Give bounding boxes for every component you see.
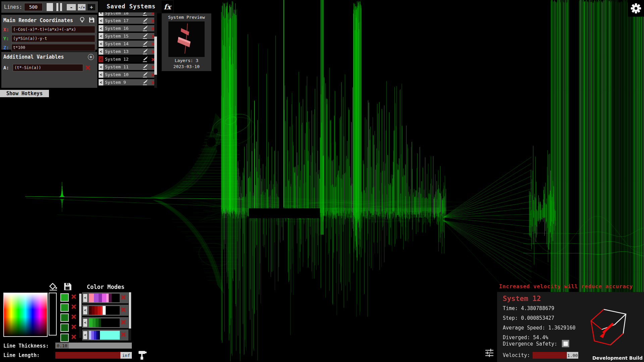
bars-render-mode-button[interactable] bbox=[56, 3, 62, 11]
lines-label: Lines: bbox=[4, 4, 22, 10]
divergence-safety-checkbox[interactable] bbox=[562, 340, 569, 347]
delete-color-mode-icon[interactable] bbox=[121, 332, 126, 339]
pencil-icon bbox=[143, 18, 149, 23]
orientation-cube-gizmo[interactable] bbox=[588, 307, 630, 348]
minus-button[interactable]: - bbox=[67, 4, 76, 10]
load-system-icon[interactable]: < bbox=[99, 71, 103, 78]
solid-render-mode-button[interactable] bbox=[47, 3, 53, 11]
x-icon bbox=[121, 307, 126, 312]
color-swatch[interactable] bbox=[60, 334, 69, 342]
color-picker-field[interactable] bbox=[3, 293, 48, 337]
color-swatch[interactable] bbox=[60, 323, 69, 332]
saved-system-label: System 13 bbox=[103, 48, 142, 55]
tune-settings-icon[interactable] bbox=[485, 348, 494, 359]
saved-color-row bbox=[60, 294, 76, 301]
velocity-handle[interactable]: 1.00 bbox=[567, 352, 578, 359]
color-mode-row-red-white-gradient[interactable]: < bbox=[82, 305, 128, 316]
apply-color-mode-icon[interactable]: < bbox=[83, 306, 87, 314]
edit-system-icon[interactable] bbox=[142, 64, 150, 70]
plus-button[interactable]: + bbox=[88, 4, 95, 10]
load-system-icon[interactable]: < bbox=[99, 12, 103, 16]
edit-system-icon[interactable] bbox=[142, 71, 150, 78]
color-mode-row-blue-cyan-gradient[interactable]: < bbox=[82, 329, 128, 341]
lines-count-input[interactable]: 500 bbox=[24, 3, 42, 11]
edit-system-icon[interactable] bbox=[142, 48, 150, 55]
line-length-handle[interactable]: inf bbox=[120, 352, 132, 359]
show-hotkeys-button[interactable]: Show Hotkeys bbox=[0, 90, 49, 97]
edit-system-icon[interactable] bbox=[142, 41, 150, 47]
saved-system-row-system-15[interactable]: <System 15 bbox=[99, 33, 157, 39]
x-formula-input[interactable]: (-Cos(-x)*-t)+(a*x)+(-a*x) bbox=[11, 26, 95, 33]
paint-roller-icon[interactable] bbox=[138, 350, 148, 362]
color-swatch[interactable] bbox=[60, 303, 69, 312]
color-modes-scrollbar[interactable] bbox=[129, 292, 131, 341]
y-axis-label: Y: bbox=[3, 36, 10, 41]
load-system-icon[interactable]: < bbox=[99, 56, 103, 62]
color-modes-scrollbar-thumb[interactable] bbox=[129, 292, 131, 328]
load-system-icon[interactable]: < bbox=[99, 48, 103, 55]
load-system-icon[interactable]: < bbox=[99, 25, 103, 32]
edit-system-icon[interactable] bbox=[142, 25, 150, 32]
save-palette-icon[interactable] bbox=[64, 283, 72, 292]
line-length-slider[interactable]: inf bbox=[55, 352, 132, 359]
additional-variables-panel: Additional Variables + A:(t*-Sin(a)) bbox=[1, 52, 97, 88]
edit-system-icon[interactable] bbox=[142, 79, 150, 85]
saved-systems-title: Saved Systems bbox=[107, 3, 156, 10]
systems-list-scrollbar[interactable] bbox=[154, 12, 157, 88]
line-thickness-handle[interactable]: 0.10 bbox=[55, 343, 69, 349]
saved-system-row-system-17[interactable]: <System 17 bbox=[99, 17, 157, 24]
saved-system-row-system-13[interactable]: <System 13 bbox=[99, 48, 157, 55]
load-system-icon[interactable]: < bbox=[99, 33, 103, 39]
edit-system-icon[interactable] bbox=[142, 56, 150, 62]
delete-color-icon[interactable] bbox=[71, 314, 76, 321]
delete-color-mode-icon[interactable] bbox=[121, 319, 126, 326]
delete-color-mode-icon[interactable] bbox=[121, 295, 126, 301]
apply-color-mode-icon[interactable]: < bbox=[83, 331, 87, 339]
load-system-icon[interactable]: < bbox=[99, 79, 103, 85]
delete-color-icon[interactable] bbox=[71, 334, 76, 341]
apply-color-mode-icon[interactable]: < bbox=[83, 319, 87, 327]
minus-plus-toggle-button[interactable]: -/+ bbox=[78, 4, 86, 10]
delete-variable-icon[interactable] bbox=[85, 65, 91, 70]
delete-color-icon[interactable] bbox=[71, 324, 76, 331]
saved-system-row-system-9[interactable]: <System 9 bbox=[99, 79, 157, 85]
value-slider[interactable] bbox=[49, 293, 57, 336]
saved-system-row-system-14[interactable]: <System 14 bbox=[99, 41, 157, 47]
saved-system-row-system-16[interactable]: <System 16 bbox=[99, 25, 157, 32]
velocity-slider[interactable]: 1.00 bbox=[533, 352, 578, 359]
systems-scrollbar-thumb[interactable] bbox=[154, 37, 157, 75]
z-formula-input[interactable]: t*100 bbox=[11, 44, 95, 51]
delete-color-icon[interactable] bbox=[71, 294, 76, 301]
edit-system-icon[interactable] bbox=[142, 33, 150, 39]
swatches-scrollbar[interactable] bbox=[79, 294, 82, 338]
add-variable-icon[interactable]: + bbox=[88, 54, 94, 60]
edit-system-icon[interactable] bbox=[142, 12, 150, 16]
load-system-icon[interactable]: < bbox=[99, 17, 103, 24]
load-system-icon[interactable]: < bbox=[99, 64, 103, 70]
saved-system-label: System 15 bbox=[103, 33, 142, 39]
paint-bucket-icon[interactable] bbox=[49, 283, 58, 292]
edit-system-icon[interactable] bbox=[142, 17, 150, 24]
fx-formula-button[interactable]: fx bbox=[162, 1, 173, 13]
color-mode-row-green-gradient[interactable]: < bbox=[82, 317, 128, 328]
line-thickness-slider[interactable]: 0.10 bbox=[55, 343, 132, 349]
lightbulb-icon[interactable] bbox=[79, 17, 85, 24]
settings-gear-button[interactable] bbox=[628, 0, 644, 17]
saved-system-row-system-12[interactable]: <System 12 bbox=[99, 56, 157, 62]
apply-color-mode-icon[interactable]: < bbox=[83, 294, 87, 302]
system-info-title: System 12 bbox=[503, 295, 541, 303]
saved-system-row-system-10[interactable]: <System 10 bbox=[99, 71, 157, 78]
saved-system-row-system-11[interactable]: <System 11 bbox=[99, 64, 157, 70]
delete-color-mode-icon[interactable] bbox=[121, 307, 126, 314]
load-system-icon[interactable]: < bbox=[99, 41, 103, 47]
delete-color-icon[interactable] bbox=[71, 304, 76, 311]
color-mode-row-pink-purple-gradient[interactable]: < bbox=[82, 292, 128, 303]
line-length-label: Line Length: bbox=[3, 352, 40, 358]
variable-formula-input[interactable]: (t*-Sin(a)) bbox=[13, 64, 83, 71]
color-swatch[interactable] bbox=[60, 313, 69, 322]
saved-system-row-system-18[interactable]: <System 18 bbox=[99, 12, 157, 16]
swatches-scrollbar-thumb[interactable] bbox=[79, 294, 82, 326]
color-swatch[interactable] bbox=[60, 293, 69, 302]
save-coordinates-icon[interactable] bbox=[89, 17, 95, 24]
y-formula-input[interactable]: (y*Sin(a))-y-t bbox=[11, 35, 95, 42]
